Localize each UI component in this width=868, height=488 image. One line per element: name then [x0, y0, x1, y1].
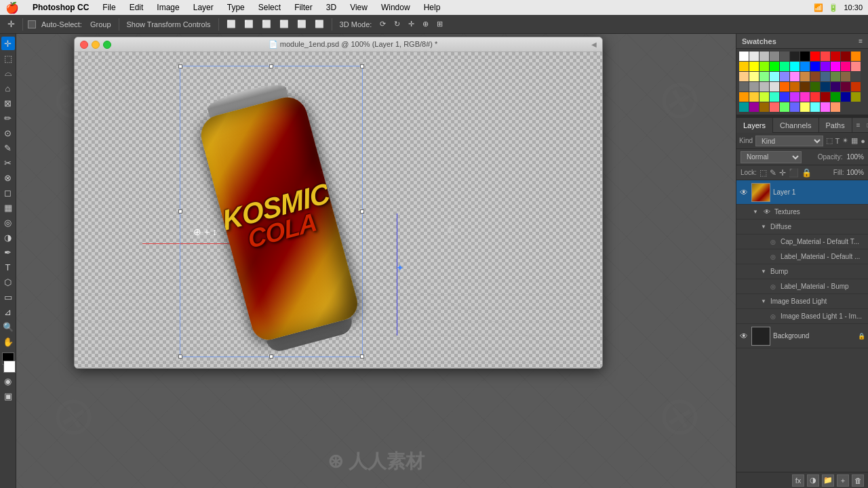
- swatch-16[interactable]: [780, 62, 789, 71]
- swatch-42[interactable]: [800, 82, 810, 92]
- expand-arrow-diffuse[interactable]: ▼: [761, 224, 768, 230]
- align-center-h[interactable]: ⬜: [241, 18, 256, 30]
- swatch-63[interactable]: [770, 102, 779, 112]
- filter-toggle[interactable]: ●: [861, 137, 865, 145]
- swatch-4[interactable]: [780, 52, 789, 61]
- background-color[interactable]: [3, 361, 16, 373]
- filter-icon-3[interactable]: ✴: [842, 136, 848, 145]
- swatch-54[interactable]: [800, 92, 810, 102]
- swatch-24[interactable]: [739, 72, 749, 81]
- new-layer-button[interactable]: +: [837, 474, 849, 487]
- tool-crop[interactable]: ⊠: [1, 96, 15, 110]
- filter-icon-2[interactable]: T: [835, 137, 840, 145]
- tool-path[interactable]: ⬡: [1, 275, 15, 289]
- canvas-content[interactable]: KOSMIC COLA ⊕ + ↕ ↻ ✦: [75, 52, 603, 369]
- filter-icon-1[interactable]: ⬚: [826, 136, 833, 145]
- 3d-scale[interactable]: ⊞: [434, 18, 446, 30]
- screen-mode[interactable]: ▣: [1, 389, 15, 403]
- blend-mode-select[interactable]: Normal Dissolve Multiply Screen Overlay: [741, 151, 802, 163]
- swatch-57[interactable]: [831, 92, 840, 102]
- swatch-66[interactable]: [800, 102, 810, 112]
- swatch-62[interactable]: [760, 102, 769, 112]
- adjustment-button[interactable]: ◑: [807, 474, 819, 487]
- sublayer-cap-material[interactable]: ◎ Cap_Material - Default T...: [736, 235, 868, 249]
- swatch-51[interactable]: [770, 92, 779, 102]
- tool-dodge[interactable]: ◑: [1, 230, 15, 244]
- 3d-pan[interactable]: ✛: [406, 18, 417, 30]
- tool-shape[interactable]: ▭: [1, 290, 15, 304]
- swatch-2[interactable]: [760, 52, 769, 61]
- menu-layer[interactable]: Layer: [191, 3, 216, 12]
- swatch-8[interactable]: [821, 52, 830, 61]
- tab-layers[interactable]: Layers: [736, 118, 773, 133]
- move-tool-btn[interactable]: ✛: [4, 18, 18, 31]
- fill-value[interactable]: 100%: [846, 169, 864, 176]
- swatch-9[interactable]: [831, 52, 840, 61]
- align-top[interactable]: ⬜: [277, 18, 292, 30]
- swatch-41[interactable]: [790, 82, 800, 92]
- menu-image[interactable]: Image: [154, 3, 182, 12]
- swatch-33[interactable]: [831, 72, 840, 81]
- menu-file[interactable]: File: [100, 3, 118, 12]
- delete-layer-button[interactable]: 🗑: [852, 474, 864, 487]
- swatch-26[interactable]: [760, 72, 769, 81]
- swatch-17[interactable]: [790, 62, 800, 71]
- swatch-12[interactable]: [739, 62, 749, 71]
- tool-zoom[interactable]: 🔍: [1, 320, 15, 333]
- swatch-25[interactable]: [749, 72, 759, 81]
- swatch-53[interactable]: [790, 92, 800, 102]
- swatch-36[interactable]: [739, 82, 749, 92]
- lock-transparent[interactable]: ⬚: [760, 168, 767, 178]
- swatch-0[interactable]: [739, 52, 749, 61]
- swatch-40[interactable]: [780, 82, 789, 92]
- swatch-13[interactable]: [749, 62, 759, 71]
- swatch-45[interactable]: [831, 82, 840, 92]
- sublayer-textures[interactable]: ▼ 👁 Textures: [736, 205, 868, 220]
- menu-window[interactable]: Window: [378, 3, 413, 12]
- swatch-7[interactable]: [810, 52, 820, 61]
- quick-mask[interactable]: ◉: [1, 374, 15, 388]
- canvas-area[interactable]: ⊕ ⊕ ⊕ ⊕ 📄 module_1end.psd @ 100% (Layer …: [16, 34, 736, 488]
- group-dropdown[interactable]: Group: [87, 19, 114, 30]
- sublayer-diffuse[interactable]: ▼ Diffuse: [736, 220, 868, 235]
- lock-all[interactable]: 🔒: [802, 168, 812, 178]
- tool-type[interactable]: T: [1, 260, 15, 274]
- swatch-65[interactable]: [790, 102, 800, 112]
- tab-channels[interactable]: Channels: [773, 118, 818, 133]
- align-bottom[interactable]: ⬜: [312, 18, 327, 30]
- swatch-37[interactable]: [749, 82, 759, 92]
- lock-position[interactable]: ✛: [779, 168, 786, 178]
- swatch-23[interactable]: [851, 62, 861, 71]
- swatch-69[interactable]: [831, 102, 840, 112]
- swatch-28[interactable]: [780, 72, 789, 81]
- swatch-43[interactable]: [810, 82, 820, 92]
- expand-arrow-textures[interactable]: ▼: [753, 209, 760, 215]
- swatch-14[interactable]: [760, 62, 769, 71]
- filter-icon-4[interactable]: ▦: [851, 136, 858, 145]
- tool-history[interactable]: ⊗: [1, 171, 15, 184]
- swatch-49[interactable]: [749, 92, 759, 102]
- swatch-29[interactable]: [790, 72, 800, 81]
- menu-view[interactable]: View: [347, 3, 370, 12]
- filter-type-select[interactable]: Kind Name Effect Mode Attribute Color Sm…: [755, 136, 823, 146]
- swatch-60[interactable]: [739, 102, 749, 112]
- lock-artboard[interactable]: ⬛: [789, 168, 799, 178]
- align-right[interactable]: ⬜: [259, 18, 274, 30]
- tool-wand[interactable]: ⌂: [1, 81, 15, 95]
- tool-clone[interactable]: ✂: [1, 156, 15, 169]
- sublayer-bump[interactable]: ▼ Bump: [736, 264, 868, 279]
- layer1-visibility[interactable]: 👁: [739, 188, 749, 197]
- swatch-22[interactable]: [841, 62, 850, 71]
- swatch-35[interactable]: [851, 72, 861, 81]
- tool-eyedropper[interactable]: ✏: [1, 111, 15, 125]
- maximize-button[interactable]: [103, 41, 111, 49]
- swatch-64[interactable]: [780, 102, 789, 112]
- swatch-46[interactable]: [841, 82, 850, 92]
- textures-visibility[interactable]: 👁: [762, 207, 772, 217]
- tool-brush[interactable]: ✎: [1, 141, 15, 155]
- swatch-1[interactable]: [749, 52, 759, 61]
- sublayer-label-material-diffuse[interactable]: ◎ Label_Material - Default ...: [736, 249, 868, 264]
- swatch-10[interactable]: [841, 52, 850, 61]
- menu-select[interactable]: Select: [256, 3, 283, 12]
- tab-paths[interactable]: Paths: [819, 118, 852, 133]
